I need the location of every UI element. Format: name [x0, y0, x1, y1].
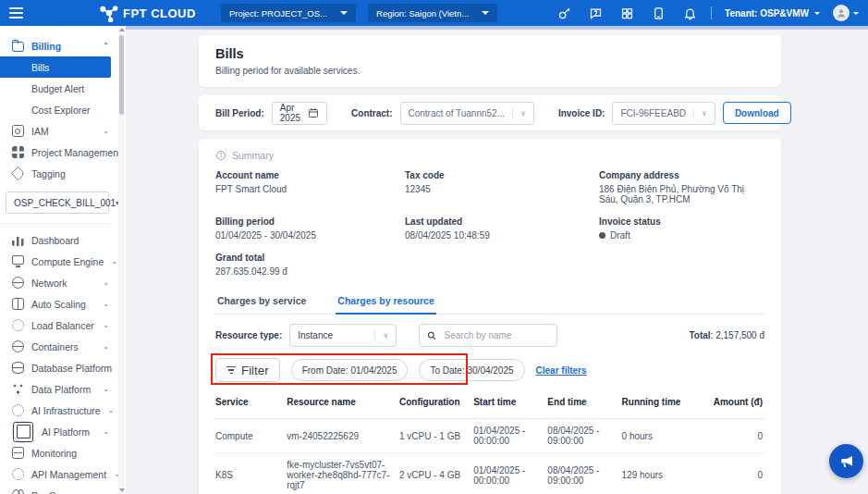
bill-period-label: Bill Period: — [215, 108, 264, 118]
chevron-down-icon: ⌄ — [103, 278, 109, 287]
containers-icon — [12, 340, 24, 352]
invoice-id-select[interactable]: FCI-96FEEABD ∨ — [612, 102, 715, 125]
region-selector[interactable]: Region: Saigon (Vietn... — [368, 4, 497, 22]
contract-select[interactable]: Contract of Tuannn52... ∨ — [400, 102, 534, 125]
sidebar-item[interactable]: API Management ⌄ — [0, 463, 118, 485]
sidebar-item[interactable]: AI Platform ⌄ — [0, 421, 118, 442]
apps-grid-icon[interactable] — [611, 6, 642, 20]
sidebar-item[interactable]: Data Platform ⌄ — [0, 378, 118, 400]
project-selector[interactable]: Project: PROJECT_OS... — [221, 4, 356, 22]
invoice-id-value: FCI-96FEEABD — [620, 108, 686, 118]
download-button[interactable]: Download — [723, 102, 791, 124]
bill-filter-card: Bill Period: Apr 2025 Contract: Contract… — [199, 95, 781, 130]
iam-icon — [12, 125, 24, 137]
sidebar-item-billing[interactable]: Billing ⌃ — [0, 35, 118, 56]
sidebar-item[interactable]: Dashboard — [0, 229, 118, 251]
search-input[interactable] — [445, 330, 550, 340]
status-dot-icon — [599, 232, 605, 239]
scrollbar-thumb[interactable] — [119, 35, 124, 115]
sidebar-item[interactable]: Network ⌄ — [0, 272, 118, 293]
monitoring-icon — [12, 447, 24, 459]
sidebar-item[interactable]: IAM ⌄ — [0, 120, 118, 142]
sidebar-item[interactable]: Project Management — [0, 142, 118, 163]
fpt-cloud-logo: FPT CLOUD — [100, 4, 196, 22]
sidebar-item-label: Monitoring — [31, 448, 77, 459]
divider — [374, 329, 375, 341]
cell-resource-name: fke-mycluster-7vs5vt07-worker-zhe8q8hd-7… — [287, 453, 399, 494]
bill-detail-card: Summary Account name FPT Smart Cloud Tax… — [199, 139, 781, 494]
sidebar-item[interactable]: Tagging — [0, 163, 118, 184]
scroll-up-arrow-icon[interactable] — [119, 28, 125, 31]
tagging-icon — [12, 167, 24, 179]
api-management-icon — [12, 468, 24, 480]
key-icon[interactable] — [548, 6, 580, 20]
scroll-down-arrow-icon[interactable] — [119, 488, 125, 492]
sidebar-item[interactable]: Load Balancer ⌄ — [0, 315, 118, 336]
filter-chip-from-date[interactable]: From Date: 01/04/2025 — [291, 359, 409, 381]
mobile-app-icon[interactable] — [642, 6, 674, 20]
sidebar-item-label: IAM — [31, 126, 49, 137]
sidebar-item[interactable]: Monitoring — [0, 442, 118, 463]
search-icon — [427, 330, 436, 341]
sidebar-item-label: Data Platform — [31, 384, 91, 395]
page-subtitle: Billing period for available services. — [215, 66, 764, 76]
auto-scaling-icon — [12, 298, 24, 310]
sidebar-project-select-value: OSP_CHECK_BILL_001 — [14, 198, 116, 208]
sidebar-item[interactable]: Database Platform ⌄ — [0, 357, 118, 378]
ai-infrastructure-icon — [12, 404, 24, 416]
divider — [693, 107, 694, 119]
tab-charges-by-service[interactable]: Charges by service — [215, 290, 308, 314]
sidebar-item-label: Bills — [31, 62, 49, 73]
sidebar-item-label: Compute Engine — [31, 256, 104, 267]
resource-type-label: Resource type: — [215, 330, 282, 340]
top-accent-strip — [126, 26, 868, 30]
notifications-bell-icon[interactable] — [674, 6, 705, 20]
chevron-down-icon[interactable] — [853, 12, 859, 15]
resource-type-value: Instance — [298, 330, 367, 340]
bill-period-value: Apr 2025 — [280, 103, 300, 123]
sidebar-scrollbar[interactable] — [118, 26, 125, 494]
main-content: Bills Billing period for available servi… — [126, 26, 868, 494]
billing-icon — [12, 40, 24, 52]
table-row[interactable]: Compute vm-24052225629 1 vCPU - 1 GB 01/… — [215, 419, 764, 453]
sidebar-item[interactable]: DevOps ⌄ — [0, 485, 118, 494]
filter-chip-to-date[interactable]: To Date: 30/04/2025 — [419, 359, 524, 381]
cell-running-time: 0 hours — [622, 419, 693, 453]
table-row[interactable]: K8S fke-mycluster-7vs5vt07-worker-zhe8q8… — [215, 453, 764, 494]
sidebar-item-label: AI Platform — [42, 426, 90, 438]
charges-table: Service Resource name Configuration Star… — [215, 391, 764, 494]
sidebar-item-label: Cost Explorer — [31, 105, 91, 116]
sidebar-item[interactable]: Auto Scaling ⌄ — [0, 293, 118, 315]
sidebar-item[interactable]: Compute Engine ⌄ — [0, 251, 118, 272]
resource-type-select[interactable]: Instance ∨ — [289, 324, 397, 347]
data-platform-icon — [12, 383, 24, 395]
sidebar-item-cost-explorer[interactable]: Cost Explorer — [0, 99, 118, 120]
summary-field-account-name: Account name FPT Smart Cloud — [215, 170, 405, 204]
filter-button[interactable]: Filter — [215, 358, 280, 382]
col-resource-name: Resource name — [287, 391, 399, 419]
user-avatar-icon[interactable] — [833, 5, 850, 21]
invoice-id-label: Invoice ID: — [558, 108, 605, 118]
sidebar-item-budget-alert[interactable]: Budget Alert — [0, 78, 118, 99]
sidebar-project-select[interactable]: OSP_CHECK_BILL_001 ▾ — [6, 191, 109, 214]
hamburger-menu-icon[interactable] — [9, 4, 33, 22]
col-start-time: Start time — [473, 391, 547, 419]
charges-total: Total: 2,157,500 đ — [689, 330, 764, 340]
chevron-down-icon: ∨ — [383, 331, 388, 340]
sidebar-item-bills[interactable]: Bills — [0, 56, 111, 78]
col-end-time: End time — [547, 391, 621, 419]
chevron-down-icon — [814, 12, 820, 15]
sidebar-item[interactable]: AI Infrastructure ⌄ — [0, 400, 118, 421]
divider — [0, 223, 111, 224]
cell-amount: 0 — [693, 419, 764, 453]
announcement-fab-button[interactable] — [829, 444, 863, 478]
clear-filters-link[interactable]: Clear filters — [536, 365, 587, 376]
tab-charges-by-resource[interactable]: Charges by resource — [336, 290, 435, 315]
tenant-selector[interactable]: Tenant: OSP&VMW — [725, 8, 820, 19]
sidebar-item[interactable]: Containers ⌄ — [0, 336, 118, 357]
summary-field-grand-total: Grand total 287.635.042.99 đ — [215, 253, 405, 277]
support-chat-icon[interactable] — [580, 6, 611, 20]
bill-period-input[interactable]: Apr 2025 — [272, 102, 327, 125]
search-box[interactable] — [419, 324, 557, 347]
megaphone-icon — [838, 453, 855, 470]
